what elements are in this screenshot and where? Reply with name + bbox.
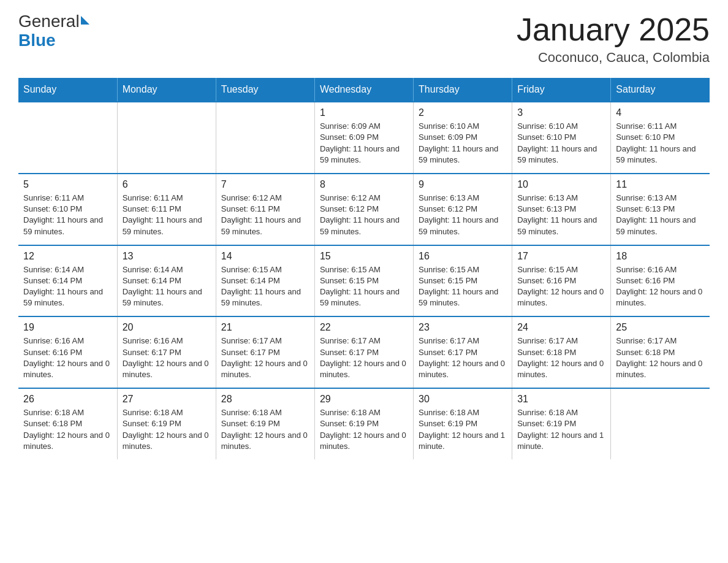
day-info: Sunrise: 6:11 AM Sunset: 6:10 PM Dayligh… bbox=[616, 121, 705, 166]
day-number: 3 bbox=[517, 107, 605, 118]
calendar-cell bbox=[117, 102, 216, 174]
day-info: Sunrise: 6:16 AM Sunset: 6:16 PM Dayligh… bbox=[616, 264, 705, 309]
calendar-cell: 11Sunrise: 6:13 AM Sunset: 6:13 PM Dayli… bbox=[611, 174, 710, 245]
day-info: Sunrise: 6:11 AM Sunset: 6:11 PM Dayligh… bbox=[123, 193, 211, 237]
page-title: January 2025 bbox=[517, 12, 710, 47]
calendar-cell: 26Sunrise: 6:18 AM Sunset: 6:18 PM Dayli… bbox=[18, 388, 117, 459]
day-info: Sunrise: 6:16 AM Sunset: 6:16 PM Dayligh… bbox=[23, 335, 112, 380]
day-info: Sunrise: 6:17 AM Sunset: 6:17 PM Dayligh… bbox=[320, 335, 408, 380]
weekday-header: Tuesday bbox=[216, 78, 314, 102]
calendar-week-row: 26Sunrise: 6:18 AM Sunset: 6:18 PM Dayli… bbox=[18, 388, 710, 459]
day-number: 7 bbox=[221, 179, 309, 190]
day-number: 27 bbox=[123, 394, 211, 405]
day-info: Sunrise: 6:10 AM Sunset: 6:10 PM Dayligh… bbox=[517, 121, 605, 166]
day-number: 17 bbox=[517, 251, 605, 262]
logo: General Blue bbox=[18, 12, 89, 50]
day-number: 28 bbox=[221, 394, 309, 405]
day-number: 15 bbox=[320, 251, 408, 262]
calendar-cell: 1Sunrise: 6:09 AM Sunset: 6:09 PM Daylig… bbox=[314, 102, 413, 174]
calendar-cell: 21Sunrise: 6:17 AM Sunset: 6:17 PM Dayli… bbox=[216, 316, 314, 388]
calendar-cell: 12Sunrise: 6:14 AM Sunset: 6:14 PM Dayli… bbox=[18, 245, 117, 317]
calendar-cell: 23Sunrise: 6:17 AM Sunset: 6:17 PM Dayli… bbox=[414, 316, 512, 388]
day-number: 12 bbox=[23, 251, 112, 262]
calendar-table: SundayMondayTuesdayWednesdayThursdayFrid… bbox=[18, 78, 710, 459]
day-number: 13 bbox=[123, 251, 211, 262]
day-info: Sunrise: 6:15 AM Sunset: 6:15 PM Dayligh… bbox=[419, 264, 507, 309]
day-number: 30 bbox=[419, 394, 507, 405]
calendar-cell: 22Sunrise: 6:17 AM Sunset: 6:17 PM Dayli… bbox=[314, 316, 413, 388]
day-number: 23 bbox=[419, 322, 507, 333]
calendar-cell: 10Sunrise: 6:13 AM Sunset: 6:13 PM Dayli… bbox=[512, 174, 611, 245]
day-number: 11 bbox=[616, 179, 705, 190]
calendar-cell: 24Sunrise: 6:17 AM Sunset: 6:18 PM Dayli… bbox=[512, 316, 611, 388]
day-info: Sunrise: 6:09 AM Sunset: 6:09 PM Dayligh… bbox=[320, 121, 408, 166]
page-header: General Blue January 2025 Coconuco, Cauc… bbox=[18, 12, 710, 66]
calendar-week-row: 5Sunrise: 6:11 AM Sunset: 6:10 PM Daylig… bbox=[18, 174, 710, 245]
calendar-cell: 5Sunrise: 6:11 AM Sunset: 6:10 PM Daylig… bbox=[18, 174, 117, 245]
day-info: Sunrise: 6:18 AM Sunset: 6:19 PM Dayligh… bbox=[517, 407, 605, 452]
day-number: 16 bbox=[419, 251, 507, 262]
day-info: Sunrise: 6:12 AM Sunset: 6:12 PM Dayligh… bbox=[320, 193, 408, 237]
day-info: Sunrise: 6:16 AM Sunset: 6:17 PM Dayligh… bbox=[123, 335, 211, 380]
day-info: Sunrise: 6:10 AM Sunset: 6:09 PM Dayligh… bbox=[419, 121, 507, 166]
calendar-cell: 3Sunrise: 6:10 AM Sunset: 6:10 PM Daylig… bbox=[512, 102, 611, 174]
day-number: 20 bbox=[123, 322, 211, 333]
day-number: 5 bbox=[23, 179, 112, 190]
day-info: Sunrise: 6:13 AM Sunset: 6:13 PM Dayligh… bbox=[517, 193, 605, 237]
day-info: Sunrise: 6:18 AM Sunset: 6:19 PM Dayligh… bbox=[320, 407, 408, 452]
day-number: 24 bbox=[517, 322, 605, 333]
title-section: January 2025 Coconuco, Cauca, Colombia bbox=[517, 12, 710, 66]
day-number: 6 bbox=[123, 179, 211, 190]
day-number: 4 bbox=[616, 107, 705, 118]
logo-arrow-icon bbox=[81, 16, 89, 25]
logo-general: General bbox=[18, 12, 80, 31]
day-info: Sunrise: 6:18 AM Sunset: 6:19 PM Dayligh… bbox=[419, 407, 507, 452]
calendar-header-row: SundayMondayTuesdayWednesdayThursdayFrid… bbox=[18, 78, 710, 102]
calendar-cell: 27Sunrise: 6:18 AM Sunset: 6:19 PM Dayli… bbox=[117, 388, 216, 459]
day-info: Sunrise: 6:13 AM Sunset: 6:13 PM Dayligh… bbox=[616, 193, 705, 237]
day-info: Sunrise: 6:18 AM Sunset: 6:19 PM Dayligh… bbox=[123, 407, 211, 452]
calendar-cell: 31Sunrise: 6:18 AM Sunset: 6:19 PM Dayli… bbox=[512, 388, 611, 459]
calendar-cell: 13Sunrise: 6:14 AM Sunset: 6:14 PM Dayli… bbox=[117, 245, 216, 317]
weekday-header: Monday bbox=[117, 78, 216, 102]
weekday-header: Wednesday bbox=[314, 78, 413, 102]
calendar-week-row: 1Sunrise: 6:09 AM Sunset: 6:09 PM Daylig… bbox=[18, 102, 710, 174]
page-subtitle: Coconuco, Cauca, Colombia bbox=[517, 50, 710, 66]
weekday-header: Sunday bbox=[18, 78, 117, 102]
calendar-cell: 6Sunrise: 6:11 AM Sunset: 6:11 PM Daylig… bbox=[117, 174, 216, 245]
calendar-cell: 20Sunrise: 6:16 AM Sunset: 6:17 PM Dayli… bbox=[117, 316, 216, 388]
calendar-cell: 29Sunrise: 6:18 AM Sunset: 6:19 PM Dayli… bbox=[314, 388, 413, 459]
calendar-cell: 14Sunrise: 6:15 AM Sunset: 6:14 PM Dayli… bbox=[216, 245, 314, 317]
day-info: Sunrise: 6:12 AM Sunset: 6:11 PM Dayligh… bbox=[221, 193, 309, 237]
day-info: Sunrise: 6:14 AM Sunset: 6:14 PM Dayligh… bbox=[123, 264, 211, 309]
calendar-cell: 25Sunrise: 6:17 AM Sunset: 6:18 PM Dayli… bbox=[611, 316, 710, 388]
calendar-cell: 18Sunrise: 6:16 AM Sunset: 6:16 PM Dayli… bbox=[611, 245, 710, 317]
day-info: Sunrise: 6:17 AM Sunset: 6:17 PM Dayligh… bbox=[419, 335, 507, 380]
calendar-cell: 15Sunrise: 6:15 AM Sunset: 6:15 PM Dayli… bbox=[314, 245, 413, 317]
day-info: Sunrise: 6:15 AM Sunset: 6:14 PM Dayligh… bbox=[221, 264, 309, 309]
calendar-cell bbox=[216, 102, 314, 174]
day-number: 9 bbox=[419, 179, 507, 190]
day-info: Sunrise: 6:11 AM Sunset: 6:10 PM Dayligh… bbox=[23, 193, 112, 237]
weekday-header: Saturday bbox=[611, 78, 710, 102]
calendar-cell: 8Sunrise: 6:12 AM Sunset: 6:12 PM Daylig… bbox=[314, 174, 413, 245]
weekday-header: Thursday bbox=[414, 78, 512, 102]
calendar-cell bbox=[18, 102, 117, 174]
day-info: Sunrise: 6:17 AM Sunset: 6:18 PM Dayligh… bbox=[517, 335, 605, 380]
logo-blue-text: Blue bbox=[18, 31, 89, 50]
calendar-cell: 30Sunrise: 6:18 AM Sunset: 6:19 PM Dayli… bbox=[414, 388, 512, 459]
day-number: 21 bbox=[221, 322, 309, 333]
day-number: 25 bbox=[616, 322, 705, 333]
calendar-week-row: 19Sunrise: 6:16 AM Sunset: 6:16 PM Dayli… bbox=[18, 316, 710, 388]
day-number: 22 bbox=[320, 322, 408, 333]
day-number: 2 bbox=[419, 107, 507, 118]
day-info: Sunrise: 6:13 AM Sunset: 6:12 PM Dayligh… bbox=[419, 193, 507, 237]
day-number: 1 bbox=[320, 107, 408, 118]
calendar-cell bbox=[611, 388, 710, 459]
day-info: Sunrise: 6:17 AM Sunset: 6:18 PM Dayligh… bbox=[616, 335, 705, 380]
calendar-cell: 16Sunrise: 6:15 AM Sunset: 6:15 PM Dayli… bbox=[414, 245, 512, 317]
day-number: 8 bbox=[320, 179, 408, 190]
calendar-cell: 17Sunrise: 6:15 AM Sunset: 6:16 PM Dayli… bbox=[512, 245, 611, 317]
calendar-cell: 7Sunrise: 6:12 AM Sunset: 6:11 PM Daylig… bbox=[216, 174, 314, 245]
day-info: Sunrise: 6:14 AM Sunset: 6:14 PM Dayligh… bbox=[23, 264, 112, 309]
